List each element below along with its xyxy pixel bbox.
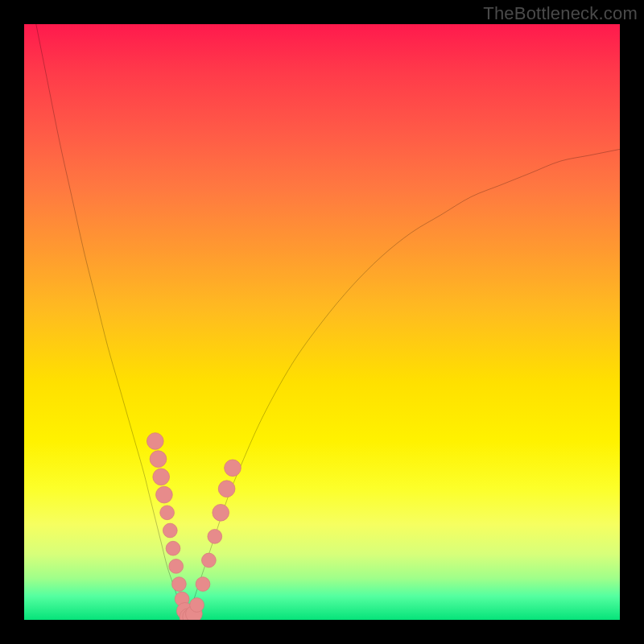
data-marker <box>196 577 210 592</box>
data-marker <box>156 486 173 503</box>
data-marker <box>147 433 163 450</box>
data-marker <box>150 451 167 468</box>
data-marker <box>172 577 187 592</box>
data-marker <box>160 506 175 520</box>
data-marker <box>202 553 217 568</box>
data-marker <box>153 469 170 485</box>
data-marker <box>218 481 235 497</box>
plot-frame <box>24 24 620 620</box>
watermark-text: TheBottleneck.com <box>483 3 638 24</box>
data-marker <box>225 460 242 477</box>
curve-layer <box>24 24 620 620</box>
bottleneck-curve <box>185 149 620 620</box>
data-marker <box>208 530 222 544</box>
data-marker <box>190 598 204 613</box>
data-marker <box>169 559 184 574</box>
data-marker <box>163 523 177 538</box>
data-marker <box>166 541 180 555</box>
data-marker <box>213 504 229 521</box>
